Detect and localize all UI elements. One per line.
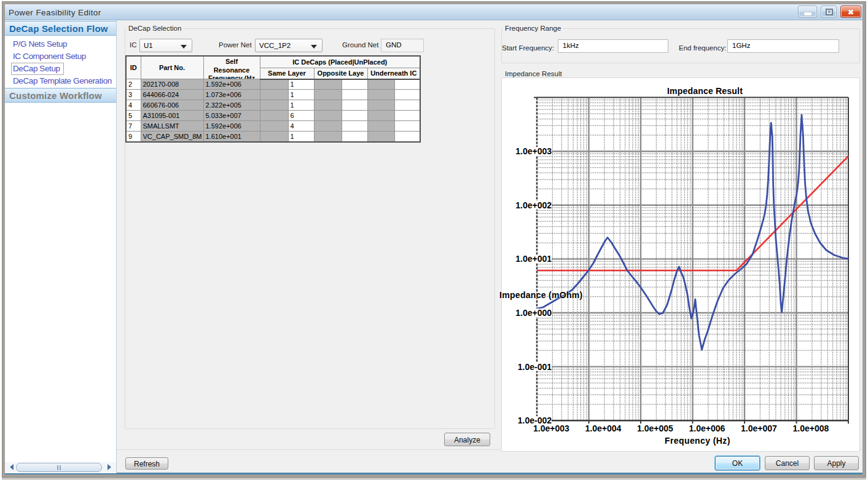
svg-text:1.0e+007: 1.0e+007 — [741, 423, 777, 433]
svg-text:1.0e+008: 1.0e+008 — [793, 423, 829, 433]
svg-text:1.0e-001: 1.0e-001 — [518, 362, 552, 372]
svg-text:1.0e+003: 1.0e+003 — [515, 146, 552, 156]
svg-text:1.0e+000: 1.0e+000 — [515, 308, 552, 318]
svg-text:1.0e+002: 1.0e+002 — [515, 200, 552, 210]
svg-text:1.0e+004: 1.0e+004 — [585, 423, 622, 433]
svg-text:1.0e+006: 1.0e+006 — [689, 423, 725, 433]
svg-text:1.0e+003: 1.0e+003 — [533, 423, 569, 433]
svg-text:1.0e+005: 1.0e+005 — [637, 423, 673, 433]
svg-text:1.0e+001: 1.0e+001 — [515, 254, 552, 264]
